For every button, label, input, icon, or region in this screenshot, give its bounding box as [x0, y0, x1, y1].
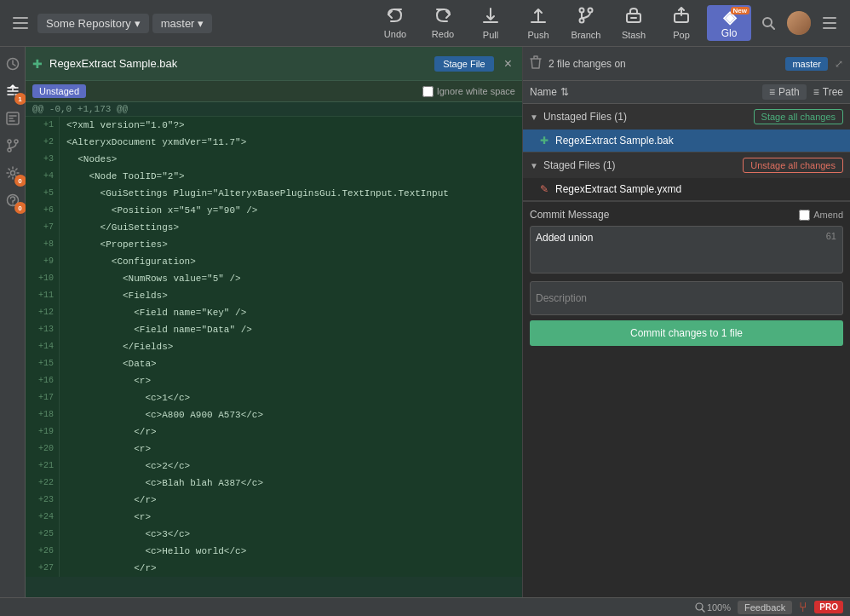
pop-icon [672, 7, 691, 28]
line-number: +9 [26, 253, 60, 270]
staged-file-item[interactable]: ✎ RegexExtract Sample.yxmd [523, 178, 850, 200]
line-content: <Node ToolID="2"> [60, 168, 522, 185]
tab-tree[interactable]: ≡ Tree [813, 86, 843, 98]
line-content: <c>2</c> [60, 458, 522, 475]
diff-line: +2 <AlteryxDocument yxmdVer="11.7"> [26, 134, 522, 151]
branch-button[interactable]: Branch [564, 7, 608, 40]
line-number: +11 [26, 287, 60, 304]
sort-icon: ⇅ [560, 86, 569, 98]
line-number: +20 [26, 440, 60, 458]
line-number: +19 [26, 423, 60, 440]
trash-icon[interactable] [530, 55, 542, 72]
redo-label: Redo [432, 29, 454, 39]
glo-button[interactable]: ◈ Glo New [707, 5, 751, 41]
tab-name[interactable]: Name ⇅ [530, 86, 569, 98]
description-input[interactable]: Description [530, 281, 843, 315]
search-button[interactable] [755, 9, 782, 37]
pull-button[interactable]: Pull [468, 7, 513, 40]
commit-message-input[interactable] [530, 226, 843, 273]
line-number: +10 [26, 270, 60, 287]
diff-line: +10 <NumRows value="5" /> [26, 270, 522, 287]
svg-rect-9 [823, 17, 836, 19]
unstaged-section-header[interactable]: ▼ Unstaged Files (1) Stage all changes [523, 104, 850, 130]
tab-path[interactable]: ≡ Path [762, 84, 807, 100]
line-number: +1 [26, 117, 60, 134]
unstaged-badge: Unstaged [32, 84, 86, 98]
git-icon: ⑂ [799, 600, 807, 615]
glo-new-badge: New [731, 7, 749, 14]
repo-selector[interactable]: Some Repository ▾ [37, 14, 149, 33]
commit-message-wrapper: 61 [530, 226, 843, 276]
svg-point-19 [12, 204, 14, 205]
line-number: +24 [26, 509, 60, 526]
diff-lines: +1 <?xml version="1.0"?> +2 <AlteryxDocu… [26, 117, 522, 577]
pop-button[interactable]: Pop [659, 7, 704, 40]
ignore-whitespace-input[interactable] [422, 86, 434, 97]
branch-label: Branch [571, 30, 601, 40]
svg-point-15 [8, 148, 11, 152]
push-button[interactable]: Push [516, 7, 560, 40]
changes-count-label: 2 file changes on [548, 58, 785, 70]
line-content: <r> [60, 372, 522, 389]
line-content: <r> [60, 440, 522, 458]
diff-line: +24 <r> [26, 509, 522, 526]
line-content: <c>Blah blah A387</c> [60, 475, 522, 492]
tab-name-label: Name [530, 86, 557, 98]
unstaged-file-item[interactable]: ✚ RegexExtract Sample.bak [523, 130, 850, 152]
amend-checkbox-container[interactable]: Amend [799, 210, 843, 221]
stage-all-button[interactable]: Stage all changes [754, 109, 843, 124]
sidebar-icon-help[interactable]: 0 [3, 190, 23, 210]
diff-line: +23 </r> [26, 492, 522, 509]
line-number: +8 [26, 236, 60, 253]
line-number: +4 [26, 168, 60, 185]
unstaged-section: ▼ Unstaged Files (1) Stage all changes ✚… [523, 104, 850, 153]
sidebar-icon-merge[interactable] [3, 135, 23, 156]
diff-line: +22 <c>Blah blah A387</c> [26, 475, 522, 492]
expand-icon[interactable]: ⤢ [835, 58, 843, 70]
diff-line: +26 <c>Hello world</c> [26, 543, 522, 560]
redo-button[interactable]: Redo [421, 8, 465, 39]
path-icon: ≡ [769, 86, 775, 98]
svg-point-3 [580, 8, 584, 12]
sidebar-icon-history[interactable] [3, 54, 23, 74]
undo-button[interactable]: Undo [373, 8, 417, 39]
commit-message-label: Commit Message [530, 209, 795, 221]
sidebar-icon-diff[interactable] [3, 108, 23, 129]
staged-section-header[interactable]: ▼ Staged Files (1) Unstage all changes [523, 153, 850, 178]
stash-button[interactable]: Stash [612, 7, 656, 40]
ignore-whitespace-checkbox[interactable]: Ignore white space [422, 86, 515, 97]
file-item-name: RegexExtract Sample.yxmd [555, 183, 681, 195]
menu-button[interactable] [816, 9, 843, 37]
pro-badge: PRO [814, 601, 843, 613]
stage-file-button[interactable]: Stage File [434, 56, 494, 72]
line-content: <Fields> [60, 287, 522, 304]
repo-name: Some Repository [46, 17, 131, 30]
line-content: </r> [60, 423, 522, 440]
diff-content[interactable]: @@ -0,0 +1,173 @@ +1 <?xml version="1.0"… [26, 102, 522, 609]
undo-icon [386, 8, 405, 27]
sidebar-icon-changes[interactable]: 1 [3, 81, 23, 101]
content-area: ✚ RegexExtract Sample.bak Stage File × U… [26, 47, 850, 616]
user-avatar[interactable] [785, 9, 813, 37]
line-content: </r> [60, 492, 522, 509]
branch-selector[interactable]: master ▾ [152, 14, 213, 33]
push-icon [529, 7, 548, 28]
diff-close-button[interactable]: × [501, 56, 515, 72]
description-placeholder: Description [536, 292, 587, 304]
left-sidebar: 1 0 [0, 47, 26, 616]
line-content: <c>3</c> [60, 526, 522, 543]
sidebar-toggle-button[interactable] [7, 9, 34, 37]
diff-line: +19 </r> [26, 423, 522, 440]
commit-button[interactable]: Commit changes to 1 file [530, 320, 843, 346]
tree-icon: ≡ [813, 86, 819, 98]
amend-checkbox[interactable] [799, 210, 810, 221]
line-content: <NumRows value="5" /> [60, 270, 522, 287]
svg-point-5 [589, 8, 593, 12]
svg-rect-10 [823, 22, 836, 24]
unstage-all-button[interactable]: Unstage all changes [743, 158, 843, 173]
feedback-button[interactable]: Feedback [738, 601, 792, 614]
stash-icon [624, 7, 643, 28]
pop-label: Pop [673, 30, 690, 40]
sidebar-icon-settings[interactable]: 0 [3, 163, 23, 183]
diff-file-name: RegexExtract Sample.bak [49, 57, 428, 70]
